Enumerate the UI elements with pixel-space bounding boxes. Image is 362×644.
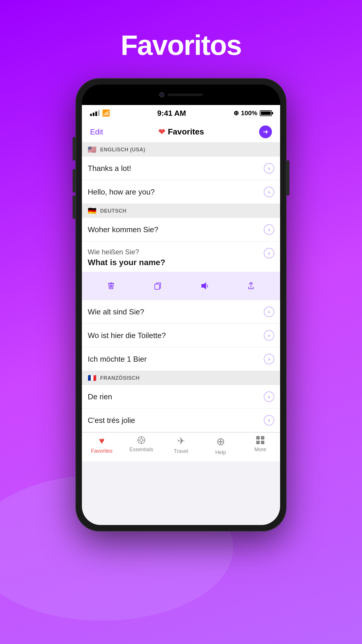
tab-label-help: Help xyxy=(215,449,226,456)
status-bar: 📶 9:41 AM ⊕ 100% xyxy=(82,105,280,121)
tab-favorites[interactable]: ♥ Favorites xyxy=(82,435,122,456)
chevron-icon[interactable]: › xyxy=(264,354,274,364)
tab-label-more: More xyxy=(254,447,266,453)
flag-germany: 🇩🇪 xyxy=(88,207,97,215)
flag-france: 🇫🇷 xyxy=(88,374,97,382)
heart-icon: ❤ xyxy=(158,127,165,137)
tab-help[interactable]: ⊕ Help xyxy=(201,435,240,456)
item-text: Wo ist hier die Toilette? xyxy=(88,331,166,340)
phone-inner: 📶 9:41 AM ⊕ 100% Edit ❤ Favorites xyxy=(82,85,280,525)
chevron-icon[interactable]: › xyxy=(264,248,274,258)
list-item[interactable]: Thanks a lot! › xyxy=(82,157,280,180)
chevron-icon[interactable]: › xyxy=(264,187,274,197)
share-button[interactable] xyxy=(242,277,260,295)
nav-title-text: Favorites xyxy=(168,127,204,136)
section-label-franzoesisch: FRANZÖSISCH xyxy=(100,375,140,381)
audio-button[interactable] xyxy=(196,277,213,295)
speaker xyxy=(168,94,203,96)
tab-bar: ♥ Favorites Essentials ✈ xyxy=(82,432,280,461)
help-icon: ⊕ xyxy=(216,435,225,448)
delete-button[interactable] xyxy=(102,277,120,295)
battery-bar xyxy=(260,110,272,116)
chevron-icon[interactable]: › xyxy=(264,307,274,317)
section-label-englisch: ENGLISCH (USA) xyxy=(100,147,145,153)
action-bar xyxy=(82,272,280,300)
expanded-translation: What is your name? xyxy=(88,258,165,267)
list-item[interactable]: C'est trés jolie › xyxy=(82,409,280,432)
item-text: Ich möchte 1 Bier xyxy=(88,355,147,364)
item-text: C'est trés jolie xyxy=(88,416,135,425)
chevron-icon[interactable]: › xyxy=(264,330,274,341)
svg-rect-11 xyxy=(261,441,264,444)
tab-label-travel: Travel xyxy=(174,448,188,454)
item-text: De rien xyxy=(88,392,112,401)
essentials-icon xyxy=(137,435,146,445)
chevron-icon[interactable]: › xyxy=(264,391,274,402)
svg-marker-1 xyxy=(201,282,206,289)
chevron-icon[interactable]: › xyxy=(264,224,274,235)
list-item[interactable]: Hello, how are you? › xyxy=(82,180,280,204)
more-icon xyxy=(256,435,265,445)
status-right: ⊕ 100% xyxy=(233,109,272,117)
svg-rect-0 xyxy=(155,284,159,289)
bluetooth-icon: ⊕ xyxy=(233,109,239,117)
section-header-deutsch: 🇩🇪 DEUTSCH xyxy=(82,204,280,218)
chevron-icon[interactable]: › xyxy=(264,163,274,174)
expanded-content: Wie heißen Sie? What is your name? › xyxy=(82,242,280,272)
status-time: 9:41 AM xyxy=(157,109,186,118)
list-item[interactable]: De rien › xyxy=(82,385,280,409)
app-title: Favoritos xyxy=(121,29,241,61)
list-item[interactable]: Ich möchte 1 Bier › xyxy=(82,347,280,371)
status-left: 📶 xyxy=(90,109,110,117)
notch-area xyxy=(82,85,280,105)
travel-icon: ✈ xyxy=(177,435,185,447)
nav-title: ❤ Favorites xyxy=(158,127,204,137)
list-item[interactable]: Wo ist hier die Toilette? › xyxy=(82,324,280,347)
svg-rect-9 xyxy=(261,436,264,440)
nav-arrow-button[interactable]: ➜ xyxy=(259,125,272,138)
list-item-expanded[interactable]: Wie heißen Sie? What is your name? › xyxy=(82,242,280,300)
tab-essentials[interactable]: Essentials xyxy=(122,435,161,456)
phone-shell: 📶 9:41 AM ⊕ 100% Edit ❤ Favorites xyxy=(76,79,286,531)
svg-point-3 xyxy=(140,439,143,442)
edit-button[interactable]: Edit xyxy=(90,127,103,136)
nav-bar: Edit ❤ Favorites ➜ xyxy=(82,121,280,143)
svg-rect-10 xyxy=(256,441,260,444)
svg-rect-8 xyxy=(256,436,260,440)
item-text: Hello, how are you? xyxy=(88,188,155,197)
copy-button[interactable] xyxy=(149,277,166,295)
section-header-franzoesisch: 🇫🇷 FRANZÖSISCH xyxy=(82,371,280,385)
battery-percent: 100% xyxy=(241,109,257,117)
wifi-icon: 📶 xyxy=(102,109,110,117)
camera xyxy=(159,92,164,97)
battery-fill xyxy=(261,111,271,115)
list-item[interactable]: Woher kommen Sie? › xyxy=(82,218,280,242)
screen: 📶 9:41 AM ⊕ 100% Edit ❤ Favorites xyxy=(82,105,280,525)
signal-bars xyxy=(90,110,100,116)
tab-more[interactable]: More xyxy=(240,435,280,456)
item-text: Wie alt sind Sie? xyxy=(88,307,144,316)
item-text: Woher kommen Sie? xyxy=(88,225,158,234)
favorites-icon: ♥ xyxy=(99,435,105,446)
tab-label-essentials: Essentials xyxy=(129,447,153,453)
chevron-icon[interactable]: › xyxy=(264,415,274,426)
section-header-englisch: 🇺🇸 ENGLISCH (USA) xyxy=(82,143,280,157)
section-label-deutsch: DEUTSCH xyxy=(100,208,127,214)
tab-travel[interactable]: ✈ Travel xyxy=(161,435,201,456)
tab-label-favorites: Favorites xyxy=(91,448,113,454)
expanded-original: Wie heißen Sie? xyxy=(88,248,165,256)
item-text: Thanks a lot! xyxy=(88,164,131,173)
expanded-texts: Wie heißen Sie? What is your name? xyxy=(88,248,165,267)
flag-usa: 🇺🇸 xyxy=(88,146,97,154)
list-item[interactable]: Wie alt sind Sie? › xyxy=(82,300,280,324)
